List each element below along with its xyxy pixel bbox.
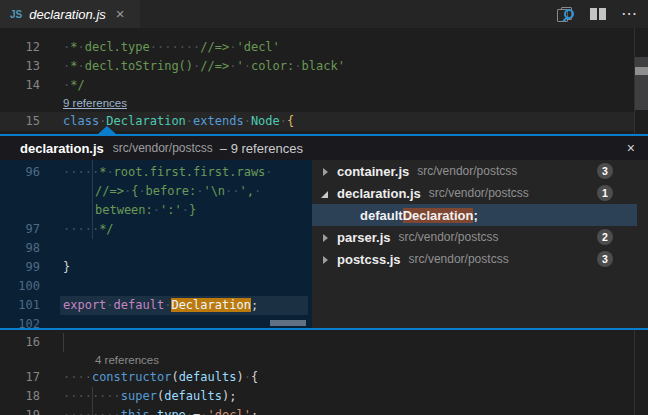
line-number: 97 — [0, 220, 40, 239]
peek-code-line-101: 101 export·default·Declaration; — [0, 296, 258, 315]
code-line-17[interactable]: 17 ····constructor(defaults)·{ — [0, 368, 258, 387]
line-number: 98 — [0, 239, 40, 258]
code-line-18[interactable]: 18 ········super(defaults); — [0, 387, 236, 406]
horizontal-scrollbar-thumb[interactable] — [270, 320, 306, 326]
peek-code-line-100: 100 — [0, 277, 63, 296]
editor-area-top: 12 ·*·decl.type·······//=>·'decl' 13 ·*·… — [0, 28, 648, 134]
line-number: 19 — [0, 406, 40, 415]
line-number: 101 — [0, 296, 40, 315]
find-references-icon[interactable] — [556, 6, 575, 23]
references-list: container.js src/vendor/postcss 3 declar… — [312, 160, 648, 328]
code-line-13[interactable]: 13 ·*·decl.toString()·//=>·'·color:·blac… — [0, 57, 345, 76]
code-line-14[interactable]: 14 ·*/ — [0, 76, 85, 95]
tab-bar: JS declaration.js × ⋯ — [0, 0, 648, 28]
peek-title-bar: declaration.js src/vendor/postcss – 9 re… — [0, 136, 648, 160]
peek-code-line-97: 97 ·····*/ — [0, 220, 114, 239]
line-number: 15 — [0, 112, 40, 131]
peek-code-line-96-wrap2: between:·':'·} — [0, 201, 196, 220]
peek-title-meta: – 9 references — [220, 141, 303, 156]
reference-file-row-parser[interactable]: parser.js src/vendor/postcss 2 — [312, 226, 637, 248]
vertical-scrollbar-thumb[interactable] — [635, 57, 648, 110]
editor-area-bottom: 16 4 references 17 ····constructor(defau… — [0, 330, 648, 415]
line-number: 100 — [0, 277, 40, 296]
code-line-19[interactable]: 19 ········this.type·=·'decl'; — [0, 406, 258, 415]
line-number: 12 — [0, 38, 40, 57]
chevron-right-icon[interactable] — [321, 255, 330, 264]
line-number: 96 — [0, 163, 40, 182]
code-line-16[interactable]: 16 — [0, 333, 63, 352]
peek-title-filename: declaration.js — [20, 141, 104, 156]
code-line-12[interactable]: 12 ·*·decl.type·······//=>·'decl' — [0, 38, 280, 57]
peek-code-line-99: 99 } — [0, 258, 70, 277]
chevron-down-icon[interactable] — [321, 189, 330, 198]
line-number: 14 — [0, 76, 40, 95]
tab-declaration-js[interactable]: JS declaration.js × — [0, 0, 140, 28]
reference-count-badge: 1 — [597, 185, 613, 201]
peek-title-path: src/vendor/postcss — [113, 141, 213, 155]
peek-editor[interactable]: color:·black\n}··') 96 ·····*·root.first… — [0, 160, 312, 328]
javascript-file-icon: JS — [10, 9, 22, 20]
tab-close-icon[interactable]: × — [116, 0, 125, 28]
peek-code-line-96-wrap1: //=>·{·before:·'\n··',· — [0, 182, 261, 201]
peek-references-widget: declaration.js src/vendor/postcss – 9 re… — [0, 134, 648, 330]
reference-count-badge: 3 — [597, 163, 613, 179]
reference-count-badge: 2 — [597, 229, 613, 245]
reference-file-row-postcss[interactable]: postcss.js src/vendor/postcss 3 — [312, 248, 637, 270]
editor-actions: ⋯ — [556, 0, 638, 28]
tab-title: declaration.js — [29, 7, 106, 22]
match-highlight: Declaration — [403, 208, 474, 223]
split-editor-icon[interactable] — [590, 8, 606, 20]
peek-body: color:·black\n}··') 96 ·····*·root.first… — [0, 160, 648, 328]
vscode-window: JS declaration.js × ⋯ 12 ·*·decl.type···… — [0, 0, 648, 415]
line-number: 13 — [0, 57, 40, 76]
peek-anchor-arrow — [98, 126, 116, 134]
code-line-15[interactable]: 15 class·Declaration·extends·Node·{ — [0, 112, 294, 131]
peek-code-line-102: 102 — [0, 315, 63, 328]
chevron-right-icon[interactable] — [321, 167, 330, 176]
reference-file-row-container[interactable]: container.js src/vendor/postcss 3 — [312, 160, 637, 182]
more-actions-icon[interactable]: ⋯ — [621, 0, 638, 28]
overview-ruler-border — [634, 330, 635, 415]
line-number: 99 — [0, 258, 40, 277]
line-number: 102 — [0, 315, 40, 328]
codelens-references-label[interactable]: 4 references — [95, 352, 159, 368]
chevron-right-icon[interactable] — [321, 233, 330, 242]
reference-match-row-selected[interactable]: default Declaration; — [312, 204, 637, 226]
indent-guide — [63, 333, 64, 352]
peek-code-line-96: 96 ·····*·root.first.first.raws· — [0, 163, 273, 182]
peek-code-line-98: 98 — [0, 239, 63, 258]
reference-file-row-declaration[interactable]: declaration.js src/vendor/postcss 1 — [312, 182, 637, 204]
reference-count-badge: 3 — [597, 251, 613, 267]
overview-ruler-decoration — [635, 67, 648, 75]
peek-close-icon[interactable]: × — [627, 136, 635, 160]
line-number: 17 — [0, 368, 40, 387]
line-number: 16 — [0, 333, 40, 352]
line-number: 18 — [0, 387, 40, 406]
codelens-references-link[interactable]: 9 references — [63, 95, 127, 111]
